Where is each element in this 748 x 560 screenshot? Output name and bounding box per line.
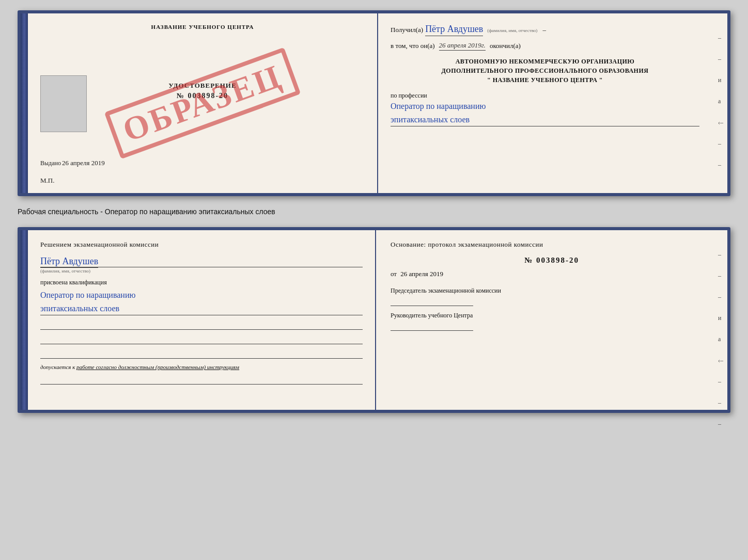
допуск-value: работе согласно должностным (производств… — [76, 364, 239, 370]
org-block: АВТОНОМНУЮ НЕКОММЕРЧЕСКУЮ ОРГАНИЗАЦИЮ ДО… — [391, 57, 715, 85]
org-line2: ДОПОЛНИТЕЛЬНОГО ПРОФЕССИОНАЛЬНОГО ОБРАЗО… — [391, 66, 699, 75]
from-date-line: от 26 апреля 2019 — [391, 270, 713, 278]
right-margin-marks-top: – – и а ‹– – – — [718, 34, 723, 169]
org-line1: АВТОНОМНУЮ НЕКОММЕРЧЕСКУЮ ОРГАНИЗАЦИЮ — [391, 57, 699, 66]
mark-2: – — [718, 55, 723, 63]
mark-7: – — [718, 161, 723, 169]
bottom-name-sublabel: (фамилия, имя, отчество) — [40, 268, 363, 274]
top-left-page: НАЗВАНИЕ УЧЕБНОГО ЦЕНТРА УДОСТОВЕРЕНИЕ №… — [28, 13, 378, 193]
separator-dash: – — [542, 26, 546, 34]
bottom-left-page: Решением экзаменационной комиссии Пётр А… — [28, 230, 376, 410]
top-certificate: НАЗВАНИЕ УЧЕБНОГО ЦЕНТРА УДОСТОВЕРЕНИЕ №… — [18, 10, 730, 196]
decision-text: Решением экзаменационной комиссии — [40, 241, 363, 249]
recipient-name: Пётр Авдушев — [425, 24, 483, 36]
profession-block: по профессии Оператор по наращиваниюэпит… — [391, 92, 715, 126]
bmark-8: – — [718, 399, 723, 407]
completed-label: окончил(а) — [490, 42, 521, 50]
cert-label: УДОСТОВЕРЕНИЕ — [40, 82, 365, 90]
profession-value: Оператор по наращиваниюэпитаксиальных сл… — [391, 100, 699, 126]
from-date: 26 апреля 2019 — [400, 270, 443, 278]
bmark-4: и — [718, 314, 723, 322]
underline-4 — [40, 374, 363, 385]
qualification-label: присвоена квалификация — [40, 279, 363, 286]
completion-date: 26 апреля 2019г. — [439, 41, 486, 51]
chairman-text: Председатель экзаменационной комиссии — [391, 286, 713, 295]
chairman-signature-line — [391, 306, 473, 306]
cert-type-box: УДОСТОВЕРЕНИЕ № 003898-20 — [40, 82, 365, 100]
book-spine-bottom — [21, 230, 28, 410]
top-left-title: НАЗВАНИЕ УЧЕБНОГО ЦЕНТРА — [40, 24, 365, 30]
bottom-right-page: Основание: протокол экзаменационной коми… — [376, 230, 727, 410]
received-line: Получил(а) Пётр Авдушев (фамилия, имя, о… — [391, 24, 715, 36]
from-prefix: от — [391, 270, 397, 278]
director-text: Руководитель учебного Центра — [391, 311, 713, 320]
underline-3 — [40, 348, 363, 359]
top-right-page: Получил(а) Пётр Авдушев (фамилия, имя, о… — [378, 13, 727, 193]
bmark-6: ‹– — [718, 357, 723, 364]
date-prefix: в том, что он(а) — [391, 42, 435, 50]
issued-date: 26 апреля 2019 — [62, 159, 105, 167]
director-signature-line — [391, 330, 473, 331]
mark-4: а — [718, 98, 723, 105]
bmark-5: а — [718, 335, 723, 343]
bmark-2: – — [718, 272, 723, 280]
org-line3: " НАЗВАНИЕ УЧЕБНОГО ЦЕНТРА " — [391, 75, 699, 85]
received-prefix: Получил(а) — [391, 26, 423, 34]
bottom-recipient-name: Пётр Авдушев — [40, 256, 98, 268]
bmark-1: – — [718, 251, 723, 259]
osnование-text: Основание: протокол экзаменационной коми… — [391, 241, 713, 249]
mark-1: – — [718, 34, 723, 42]
mark-5: ‹– — [718, 119, 723, 126]
underline-2 — [40, 334, 363, 344]
profession-prefix: по профессии — [391, 92, 699, 100]
underline-1 — [40, 319, 363, 330]
bottom-name-block: Пётр Авдушев — [40, 256, 363, 267]
name-sublabel: (фамилия, имя, отчество) — [487, 28, 537, 33]
obrazec-stamp: ОБРАЗЕЦ — [104, 47, 301, 159]
mp-label: М.П. — [40, 177, 54, 185]
допуск-prefix: допускается к — [40, 364, 75, 370]
document-container: НАЗВАНИЕ УЧЕБНОГО ЦЕНТРА УДОСТОВЕРЕНИЕ №… — [18, 10, 730, 413]
date-line: в том, что он(а) 26 апреля 2019г. окончи… — [391, 41, 715, 51]
допуск-text: допускается к работе согласно должностны… — [40, 364, 363, 370]
protocol-number: № 003898-20 — [391, 256, 713, 265]
photo-placeholder — [40, 75, 87, 132]
mark-3: и — [718, 76, 723, 84]
bottom-certificate: Решением экзаменационной комиссии Пётр А… — [18, 227, 730, 413]
bmark-7: – — [718, 378, 723, 386]
bmark-3: – — [718, 293, 723, 301]
issued-label: Выдано — [40, 159, 61, 167]
bmark-9: – — [718, 420, 723, 428]
cert-number: № 003898-20 — [40, 92, 365, 100]
right-margin-marks-bottom: – – – и а ‹– – – – — [718, 251, 723, 428]
issued-line: Выдано26 апреля 2019 — [40, 159, 105, 167]
separator-text: Рабочая специальность - Оператор по нара… — [18, 205, 730, 218]
bottom-qualification: Оператор по наращиваниюэпитаксиальных сл… — [40, 289, 363, 315]
book-spine-top — [21, 13, 28, 193]
mark-6: – — [718, 140, 723, 148]
